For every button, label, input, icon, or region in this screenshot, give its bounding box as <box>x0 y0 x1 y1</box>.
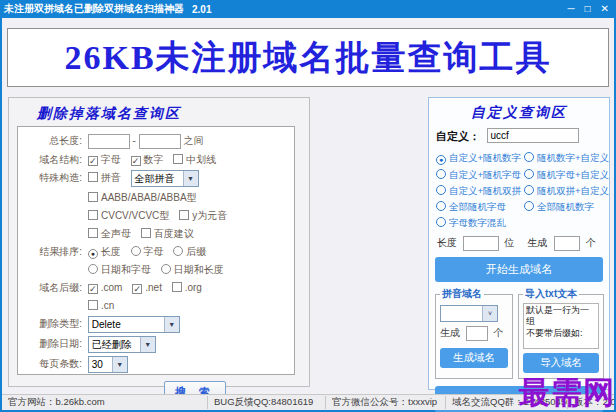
generator-groups: 拼音域名 ˅ 生成 个 生成域名 导入txt文本 默认是一行为一组 不要带后缀如… <box>435 287 603 379</box>
radio-custom-plus-letters[interactable]: 自定义+随机字母 <box>436 168 524 181</box>
radio-icon[interactable] <box>436 201 446 211</box>
checkbox-net[interactable]: ✓.net <box>132 282 162 293</box>
checkbox-icon[interactable] <box>88 172 98 182</box>
radio-icon[interactable] <box>524 201 534 211</box>
option-label: .net <box>145 282 162 293</box>
radio-sort-date-length[interactable]: 日期和长度 <box>161 264 224 275</box>
radio-digits-plus-custom[interactable]: 随机数字+自定义 <box>524 151 609 165</box>
chevron-down-icon: ˅ <box>482 306 497 321</box>
pinyin-type-select[interactable]: 全部拼音▼ <box>131 170 199 187</box>
checkbox-icon[interactable] <box>173 154 183 164</box>
checkbox-y-vowel[interactable]: y为元音 <box>179 210 227 221</box>
checkbox-all-initials[interactable]: 全声母 <box>88 228 131 239</box>
checkbox-baidu-suggest[interactable]: 百度建议 <box>141 228 194 239</box>
option-label: 随机数字+自定义 <box>537 152 609 163</box>
radio-icon[interactable] <box>436 217 446 227</box>
radio-icon[interactable] <box>524 169 534 179</box>
deleted-domain-query-panel: 删除掉落域名查询区 总长度: - 之间 域名结构: ✓字母 ✓数字 中划线 特殊… <box>8 97 310 387</box>
max-length-input[interactable] <box>139 134 181 149</box>
checkbox-icon[interactable] <box>88 300 98 310</box>
radio-icon[interactable] <box>131 246 141 256</box>
radio-icon[interactable] <box>436 169 446 179</box>
checkbox-letters[interactable]: ✓字母 <box>88 154 121 165</box>
page-size-select[interactable]: 30▼ <box>88 356 128 373</box>
radio-mixed-alnum[interactable]: 字母数字混乱 <box>436 216 524 229</box>
import-note-box[interactable]: 默认是一行为一组 不要带后缀如: abd adx <box>523 303 599 349</box>
radio-icon[interactable] <box>161 264 171 274</box>
chevron-down-icon: ▼ <box>112 357 127 372</box>
chevron-down-icon: ▼ <box>183 171 198 186</box>
checkbox-icon[interactable] <box>141 228 151 238</box>
pinyin-count-select[interactable]: ˅ <box>440 305 498 322</box>
radio-icon[interactable]: ● <box>88 249 98 259</box>
pinyin-group-legend: 拼音域名 <box>440 287 484 301</box>
radio-all-random-letters[interactable]: 全部随机字母 <box>436 200 524 213</box>
import-domains-button[interactable]: 导入域名 <box>523 353 599 373</box>
radio-sort-length[interactable]: ●长度 <box>88 246 121 257</box>
radio-custom-plus-pinyin[interactable]: 自定义+随机双拼 <box>436 184 524 197</box>
radio-custom-plus-digits[interactable]: ●自定义+随机数字 <box>436 151 524 165</box>
option-label: 自定义+随机双拼 <box>449 185 521 196</box>
checkbox-hyphen[interactable]: 中划线 <box>173 154 216 165</box>
checkbox-icon[interactable]: ✓ <box>88 156 98 166</box>
radio-letters-plus-custom[interactable]: 随机字母+自定义 <box>524 168 609 181</box>
option-label: 自定义+随机字母 <box>449 169 521 180</box>
option-label: 百度建议 <box>154 228 194 239</box>
radio-icon[interactable] <box>173 246 183 256</box>
option-label: .org <box>185 282 202 293</box>
length-input[interactable] <box>463 236 499 251</box>
checkbox-icon[interactable] <box>88 210 98 220</box>
suffix-row: 域名后缀: ✓.com ✓.net .org <box>22 280 292 295</box>
pinyin-gen-count-input[interactable] <box>466 326 488 341</box>
status-official-site: 官方网站：b.26kb.com <box>2 396 207 409</box>
checkbox-pinyin[interactable]: 拼音 <box>88 172 121 183</box>
radio-sort-letter[interactable]: 字母 <box>131 246 164 257</box>
radio-icon[interactable] <box>436 185 446 195</box>
radio-pinyin-plus-custom[interactable]: 随机双拼+自定义 <box>524 184 609 197</box>
radio-icon[interactable] <box>524 185 534 195</box>
checkbox-icon[interactable] <box>172 282 182 292</box>
maximize-icon[interactable]: □ <box>585 1 591 17</box>
radio-icon[interactable] <box>88 264 98 274</box>
radio-sort-date-letter[interactable]: 日期和字母 <box>88 264 151 275</box>
checkbox-icon[interactable]: ✓ <box>88 284 98 294</box>
status-bar: 官方网站：b.26kb.com BUG反馈QQ:84801619 官方微信公众号… <box>2 394 614 410</box>
radio-icon[interactable] <box>524 152 534 162</box>
page-size-row: 每页条数: 30▼ <box>22 356 292 373</box>
delete-type-row: 删除类型: Delete▼ <box>22 316 292 333</box>
checkbox-icon[interactable] <box>88 228 98 238</box>
minimize-icon[interactable]: ─ <box>567 1 574 17</box>
checkbox-digits[interactable]: ✓数字 <box>131 154 164 165</box>
import-txt-group: 导入txt文本 默认是一行为一组 不要带后缀如: abd adx 导入域名 <box>518 287 604 379</box>
delete-type-select[interactable]: Delete▼ <box>88 316 180 333</box>
generate-label: 生成 <box>527 237 547 248</box>
custom-input[interactable] <box>487 128 579 143</box>
checkbox-cvcv[interactable]: CVCV/VCVC型 <box>88 210 169 221</box>
checkbox-org[interactable]: .org <box>172 282 202 293</box>
delete-date-select[interactable]: 已经删除▼ <box>88 336 156 353</box>
radio-all-random-digits[interactable]: 全部随机数字 <box>524 200 609 213</box>
radio-icon[interactable]: ● <box>436 155 446 165</box>
option-label: 字母 <box>144 246 164 257</box>
checkbox-icon[interactable]: ✓ <box>131 156 141 166</box>
generate-count-input[interactable] <box>554 236 580 251</box>
checkbox-icon[interactable] <box>179 210 189 220</box>
start-generate-button[interactable]: 开始生成域名 <box>435 257 603 282</box>
delete-date-row: 删除日期: 已经删除▼ <box>22 336 292 353</box>
checkbox-icon[interactable] <box>88 192 98 202</box>
option-label: 数字 <box>144 154 164 165</box>
option-label: 日期和字母 <box>101 264 151 275</box>
checkbox-aabb[interactable]: AABB/ABAB/ABBA型 <box>88 192 197 203</box>
checkbox-cn[interactable]: .cn <box>88 300 114 311</box>
close-icon[interactable]: ✕ <box>601 1 609 17</box>
radio-sort-suffix[interactable]: 后缀 <box>173 246 206 257</box>
special-structure-row-2: AABB/ABAB/ABBA型 <box>88 190 292 205</box>
min-length-input[interactable] <box>88 134 130 149</box>
generate-domains-button[interactable]: 生成域名 <box>440 348 508 368</box>
option-label: 拼音 <box>101 172 121 183</box>
checkbox-icon[interactable]: ✓ <box>132 284 142 294</box>
option-label: y为元音 <box>192 210 227 221</box>
special-structure-label: 特殊构造: <box>22 170 82 185</box>
checkbox-com[interactable]: ✓.com <box>88 282 123 293</box>
special-structure-row-3: CVCV/VCVC型 y为元音 <box>88 208 292 223</box>
